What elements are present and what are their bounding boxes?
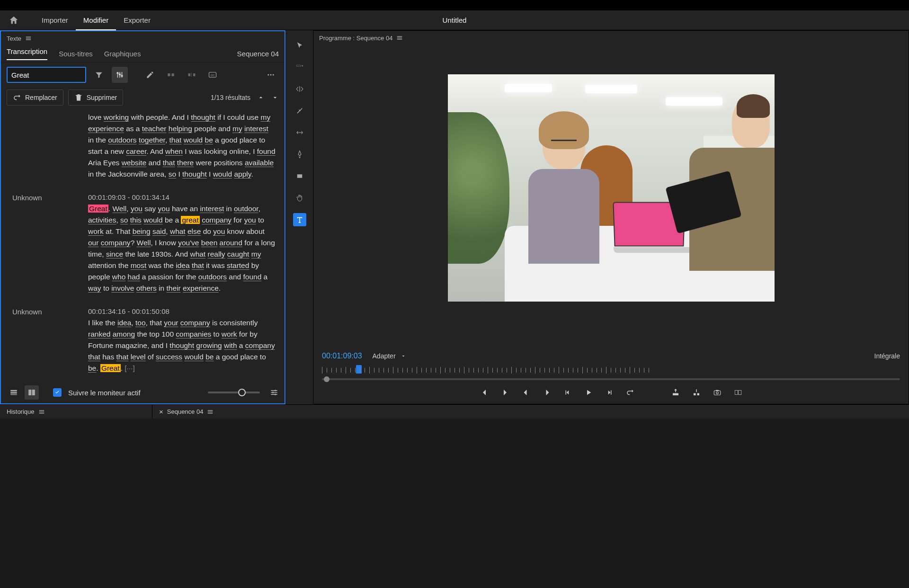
transcript-body[interactable]: love working with people. And I thought …: [1, 108, 285, 382]
svg-rect-19: [565, 391, 566, 395]
search-input[interactable]: [11, 71, 101, 79]
resolution-dropdown[interactable]: Intégrale: [874, 352, 900, 360]
tab-graphics[interactable]: Graphiques: [104, 50, 141, 58]
speaker-label[interactable]: [12, 112, 88, 180]
extract-button[interactable]: [691, 387, 702, 398]
svg-point-25: [716, 392, 718, 394]
mark-out-button[interactable]: [500, 387, 510, 398]
program-menu-icon[interactable]: [396, 35, 403, 41]
delete-button[interactable]: Supprimer: [68, 89, 124, 106]
segment-text[interactable]: Great. Well, you say you have an interes…: [88, 203, 276, 294]
svg-rect-20: [611, 391, 612, 395]
svg-rect-0: [168, 73, 170, 76]
program-video[interactable]: [313, 45, 909, 344]
svg-rect-1: [172, 73, 174, 76]
follow-monitor-label: Suivre le moniteur actif: [68, 389, 141, 397]
transcript-segment[interactable]: love working with people. And I thought …: [12, 112, 276, 180]
replace-button[interactable]: Remplacer: [7, 89, 63, 106]
app-header: Importer Modifier Exporter Untitled: [0, 10, 909, 30]
loop-button[interactable]: [625, 387, 635, 398]
sequence-label: Sequence 04: [237, 50, 279, 58]
zoom-fit-dropdown[interactable]: Adapter: [373, 352, 406, 360]
svg-rect-12: [28, 390, 31, 395]
razor-tool[interactable]: [293, 104, 306, 117]
text-panel-title: Texte: [7, 35, 21, 42]
text-zoom-slider[interactable]: [208, 392, 260, 393]
project-title: Untitled: [443, 16, 467, 24]
track-select-tool[interactable]: [293, 61, 306, 74]
mark-in-button[interactable]: [479, 387, 490, 398]
view-mode-2[interactable]: [25, 385, 39, 400]
segment-text[interactable]: love working with people. And I thought …: [88, 112, 276, 180]
pen-tool[interactable]: [293, 148, 306, 161]
filter-button[interactable]: [91, 67, 107, 83]
merge-button[interactable]: [163, 67, 179, 83]
next-result-icon[interactable]: [271, 94, 279, 101]
step-back-button[interactable]: [562, 387, 573, 398]
program-ruler[interactable]: [322, 365, 900, 375]
tab-subtitles[interactable]: Sous-titres: [59, 50, 93, 58]
comparison-view-button[interactable]: [733, 387, 743, 398]
svg-point-8: [273, 74, 274, 76]
go-to-out-button[interactable]: [542, 387, 552, 398]
svg-rect-26: [716, 390, 719, 391]
go-to-in-button[interactable]: [521, 387, 531, 398]
mode-edit[interactable]: Modifier: [76, 10, 116, 30]
speaker-label[interactable]: Unknown: [12, 193, 88, 294]
svg-rect-27: [735, 391, 738, 395]
type-tool[interactable]: [293, 213, 306, 226]
mode-import[interactable]: Importer: [34, 10, 76, 30]
mode-export[interactable]: Exporter: [116, 10, 158, 30]
program-scrubber[interactable]: [322, 375, 900, 383]
prev-result-icon[interactable]: [257, 94, 265, 101]
svg-point-7: [270, 74, 272, 76]
svg-rect-28: [738, 391, 741, 395]
svg-rect-9: [10, 390, 17, 392]
cc-button[interactable]: CC: [205, 67, 221, 83]
timeline-tab[interactable]: × Sequence 04: [152, 405, 220, 419]
more-button[interactable]: [263, 67, 279, 83]
panel-settings-icon[interactable]: [269, 388, 279, 397]
program-title: Programme : Sequence 04: [319, 35, 392, 42]
speaker-label[interactable]: Unknown: [12, 307, 88, 374]
hand-tool[interactable]: [293, 191, 306, 205]
home-icon[interactable]: [9, 15, 19, 26]
transcript-segment[interactable]: Unknown00:01:34:16 - 00:01:50:08I like t…: [12, 307, 276, 374]
svg-rect-11: [10, 394, 17, 395]
lift-button[interactable]: [670, 387, 681, 398]
segment-text[interactable]: I like the idea, too, that your company …: [88, 317, 276, 374]
tab-transcription[interactable]: Transcription: [7, 47, 47, 60]
edit-button[interactable]: [142, 67, 158, 83]
svg-rect-18: [297, 174, 302, 178]
follow-monitor-checkbox[interactable]: [53, 388, 62, 397]
svg-rect-23: [697, 393, 699, 396]
program-timecode[interactable]: 00:01:09:03: [322, 352, 362, 360]
search-box[interactable]: [7, 67, 86, 83]
svg-rect-24: [714, 391, 721, 395]
svg-point-6: [267, 74, 269, 76]
segment-timecode: 00:01:09:03 - 00:01:34:14: [88, 193, 276, 201]
svg-rect-13: [32, 390, 35, 395]
split-button[interactable]: [184, 67, 200, 83]
tool-strip: [285, 30, 313, 404]
transcript-segment[interactable]: Unknown00:01:09:03 - 00:01:34:14Great. W…: [12, 193, 276, 294]
view-mode-1[interactable]: [7, 385, 21, 400]
close-icon[interactable]: ×: [159, 408, 163, 416]
svg-point-15: [272, 392, 274, 393]
svg-text:CC: CC: [211, 74, 215, 77]
svg-rect-21: [673, 393, 678, 396]
ripple-tool[interactable]: [293, 82, 306, 96]
rectangle-tool[interactable]: [293, 169, 306, 183]
svg-rect-2: [188, 73, 191, 76]
svg-rect-17: [296, 65, 301, 67]
slip-tool[interactable]: [293, 126, 306, 139]
results-count: 1/13 résultats: [211, 94, 250, 101]
export-frame-button[interactable]: [712, 387, 722, 398]
selection-tool[interactable]: [293, 39, 306, 52]
step-forward-button[interactable]: [604, 387, 615, 398]
history-panel-tab[interactable]: Historique: [0, 405, 152, 419]
program-panel: Programme : Sequence 04: [313, 30, 909, 404]
settings-button[interactable]: [112, 67, 128, 83]
play-button[interactable]: [583, 387, 594, 398]
panel-menu-icon[interactable]: [25, 35, 32, 42]
